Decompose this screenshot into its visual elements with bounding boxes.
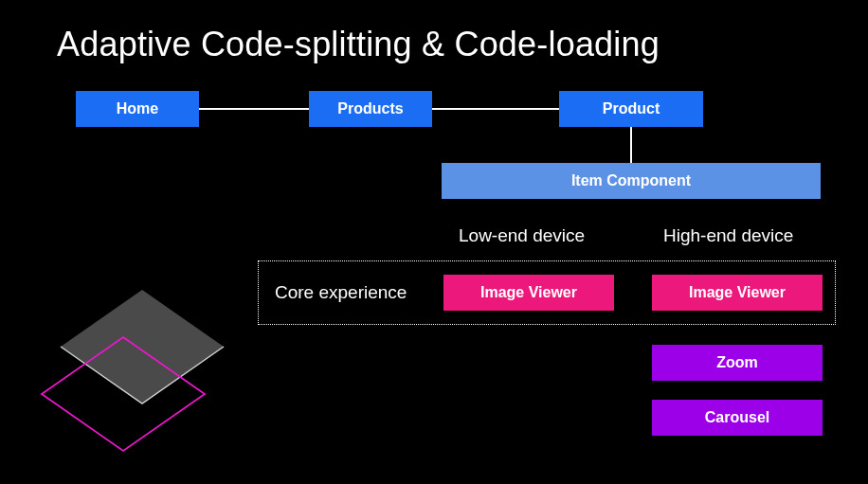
- node-home-label: Home: [117, 100, 158, 117]
- connector-h1: [199, 108, 309, 110]
- heading-high-end: High-end device: [663, 225, 793, 246]
- node-product: Product: [559, 91, 703, 127]
- component-image-viewer-low: Image Viewer: [443, 275, 614, 311]
- layers-icon: [19, 284, 227, 474]
- label-core-experience: Core experience: [275, 282, 407, 303]
- node-item-component: Item Component: [442, 163, 821, 199]
- node-product-label: Product: [603, 100, 660, 117]
- heading-low-end: Low-end device: [459, 225, 585, 246]
- page-title: Adaptive Code-splitting & Code-loading: [57, 25, 660, 64]
- component-carousel: Carousel: [652, 400, 823, 436]
- node-item-component-label: Item Component: [571, 172, 691, 189]
- svg-marker-0: [61, 290, 224, 403]
- node-home: Home: [76, 91, 199, 127]
- node-products: Products: [309, 91, 432, 127]
- component-zoom: Zoom: [652, 345, 823, 381]
- component-zoom-label: Zoom: [716, 354, 758, 371]
- component-image-viewer-high: Image Viewer: [652, 275, 823, 311]
- component-image-viewer-high-label: Image Viewer: [689, 284, 786, 301]
- component-image-viewer-low-label: Image Viewer: [480, 284, 577, 301]
- component-carousel-label: Carousel: [705, 409, 769, 426]
- connector-h2: [432, 108, 559, 110]
- connector-v1: [630, 127, 632, 163]
- node-products-label: Products: [337, 100, 403, 117]
